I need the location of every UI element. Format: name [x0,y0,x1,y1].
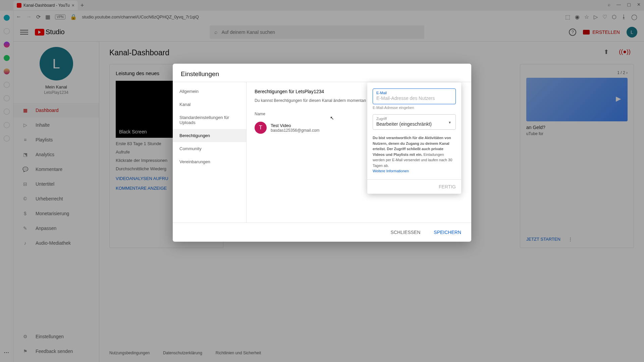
modal-nav-permissions[interactable]: Berechtigungen [173,129,246,142]
learn-more-link[interactable]: Weitere Informationen [373,169,409,173]
user-avatar-icon: T [255,122,267,134]
close-button[interactable]: SCHLIESSEN [387,227,424,238]
modal-nav-general[interactable]: Allgemein [173,85,246,98]
save-button[interactable]: SPEICHERN [430,227,465,238]
modal-nav-agreements[interactable]: Vereinbarungen [173,155,246,168]
email-input[interactable] [376,96,452,101]
done-button[interactable]: FERTIG [439,184,456,189]
access-label: Zugriff [376,117,452,121]
modal-nav-upload-defaults[interactable]: Standardeinstellungen für Uploads [173,111,246,129]
user-email: basdas125356@gmail.com [271,128,320,133]
access-select[interactable]: Zugriff Bearbeiter (eingeschränkt) ▼ [373,114,456,130]
modal-nav-community[interactable]: Community [173,142,246,155]
modal-title: Einstellungen [173,64,471,82]
email-field-wrap: E-Mail [373,88,456,104]
disclaimer-text: Du bist verantwortlich für die Aktivität… [373,135,456,174]
modal-overlay[interactable]: Einstellungen Allgemein Kanal Standardei… [0,0,644,362]
access-value: Bearbeiter (eingeschränkt) [376,121,452,127]
invite-popover: E-Mail E-Mail-Adresse eingeben Zugriff B… [367,82,461,194]
email-helper: E-Mail-Adresse eingeben [373,106,456,110]
modal-nav: Allgemein Kanal Standardeinstellungen fü… [173,82,247,223]
chevron-down-icon: ▼ [448,121,451,124]
popover-footer: FERTIG [367,179,461,194]
user-name: Test Video [271,123,320,128]
modal-nav-channel[interactable]: Kanal [173,98,246,111]
settings-modal: Einstellungen Allgemein Kanal Standardei… [173,64,471,242]
modal-footer: SCHLIESSEN SPEICHERN [173,223,471,242]
email-label: E-Mail [376,91,452,95]
